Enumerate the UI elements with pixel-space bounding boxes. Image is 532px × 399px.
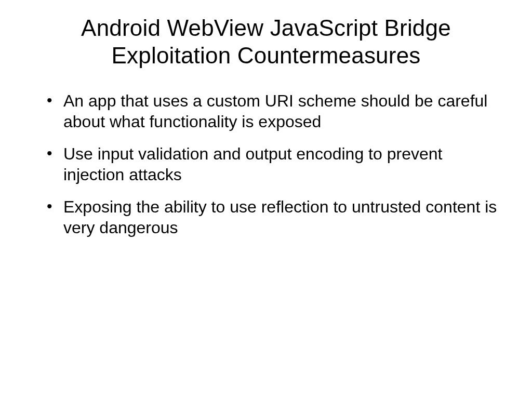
- bullet-list: An app that uses a custom URI scheme sho…: [31, 90, 501, 238]
- bullet-item: An app that uses a custom URI scheme sho…: [47, 90, 501, 132]
- bullet-item: Use input validation and output encoding…: [47, 143, 501, 185]
- slide-title: Android WebView JavaScript Bridge Exploi…: [31, 15, 501, 70]
- bullet-item: Exposing the ability to use reflection t…: [47, 196, 501, 238]
- slide-container: Android WebView JavaScript Bridge Exploi…: [0, 0, 532, 399]
